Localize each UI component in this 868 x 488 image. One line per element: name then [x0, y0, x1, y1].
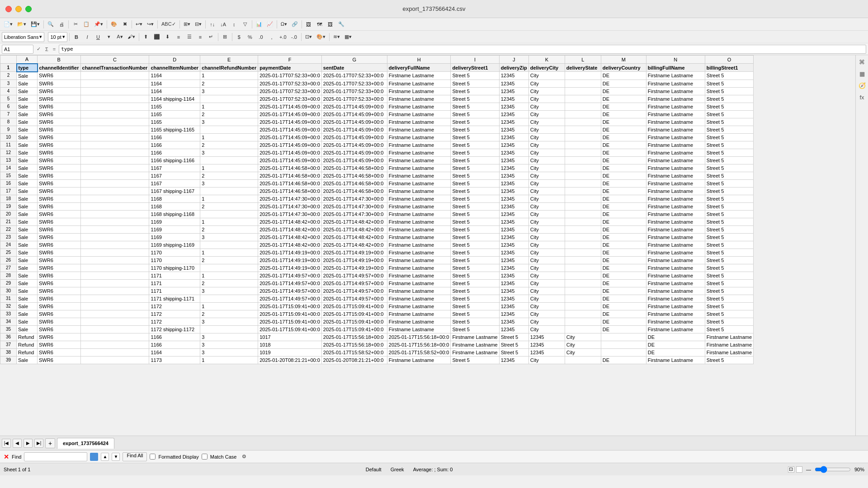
cell-20-2[interactable]: [80, 225, 149, 233]
cell-16-14[interactable]: Street 5: [705, 195, 753, 202]
cell-k1[interactable]: deliveryCity: [528, 64, 565, 72]
find-input[interactable]: [24, 452, 87, 461]
cell-13-3[interactable]: 1167: [149, 172, 200, 179]
cell-28-6[interactable]: 2025-01-17T14:49:57+00:0: [321, 287, 387, 295]
cell-15-4[interactable]: [200, 187, 258, 195]
cell-31-4[interactable]: 2: [200, 310, 258, 318]
cell-11-1[interactable]: SWR6: [38, 156, 81, 164]
col-header-i[interactable]: I: [451, 56, 499, 64]
cell-10-8[interactable]: Street 5: [451, 149, 499, 156]
cell-8-8[interactable]: Street 5: [451, 133, 499, 141]
cell-23-3[interactable]: 1170: [149, 249, 200, 256]
cell-36-5[interactable]: 1019: [258, 348, 322, 356]
cell-36-7[interactable]: 2025-01-17T15:58:52+00:0: [387, 348, 451, 356]
cell-29-10[interactable]: City: [528, 295, 565, 302]
cell-2-4[interactable]: 3: [200, 87, 258, 95]
cell-27-13[interactable]: Firstname Lastname: [646, 279, 705, 287]
cell-14-4[interactable]: 3: [200, 179, 258, 187]
cell-26-7[interactable]: Firstname Lastname: [387, 272, 451, 279]
cell-19-10[interactable]: City: [528, 218, 565, 225]
cell-15-11[interactable]: [565, 187, 601, 195]
cell-28-8[interactable]: Street 5: [451, 287, 499, 295]
align-right-btn[interactable]: ≡: [195, 32, 205, 42]
cell-19-11[interactable]: [565, 218, 601, 225]
cell-30-12[interactable]: DE: [601, 302, 646, 310]
cell-34-6[interactable]: 2025-01-17T15:56:18+00:0: [321, 333, 387, 341]
cell-35-14[interactable]: Firstname Lastname: [705, 341, 753, 348]
cell-18-14[interactable]: Street 5: [705, 210, 753, 218]
cell-15-2[interactable]: [80, 187, 149, 195]
cell-29-6[interactable]: 2025-01-17T14:49:57+00:0: [321, 295, 387, 302]
cell-5-7[interactable]: Firstname Lastname: [387, 110, 451, 118]
cell-7-6[interactable]: 2025-01-17T14:45:09+00:0: [321, 126, 387, 133]
cell-23-13[interactable]: Firstname Lastname: [646, 249, 705, 256]
cell-35-12[interactable]: [601, 341, 646, 348]
cell-m1[interactable]: deliveryCountry: [601, 64, 646, 72]
cell-15-3[interactable]: 1167 shipping-1167: [149, 187, 200, 195]
cell-16-8[interactable]: Street 5: [451, 195, 499, 202]
cell-9-7[interactable]: Firstname Lastname: [387, 141, 451, 149]
cell-27-9[interactable]: 12345: [499, 279, 528, 287]
cell-20-7[interactable]: Firstname Lastname: [387, 225, 451, 233]
cell-19-4[interactable]: 1: [200, 218, 258, 225]
cell-28-0[interactable]: Sale: [17, 287, 38, 295]
cell-36-12[interactable]: [601, 348, 646, 356]
dec-dec-btn[interactable]: -.0: [289, 32, 299, 42]
cell-12-8[interactable]: Street 5: [451, 164, 499, 172]
cell-7-5[interactable]: 2025-01-17T14:45:09+00:0: [258, 126, 322, 133]
cell-7-7[interactable]: Firstname Lastname: [387, 126, 451, 133]
cell-37-6[interactable]: 2025-01-20T08:21:21+00:0: [321, 356, 387, 364]
cell-20-11[interactable]: [565, 225, 601, 233]
cell-30-9[interactable]: 12345: [499, 302, 528, 310]
print-btn[interactable]: 🖨: [57, 19, 66, 29]
cell-23-11[interactable]: [565, 249, 601, 256]
cell-7-8[interactable]: Street 5: [451, 126, 499, 133]
cell-o1[interactable]: billingStreet1: [705, 64, 753, 72]
cell-34-0[interactable]: Refund: [17, 333, 38, 341]
cell-24-1[interactable]: SWR6: [38, 256, 81, 264]
cell-18-11[interactable]: [565, 210, 601, 218]
insert-rows-btn[interactable]: ⊟▾: [193, 19, 203, 29]
cell-21-5[interactable]: 2025-01-17T14:48:42+00:0: [258, 233, 322, 241]
cell-21-2[interactable]: [80, 233, 149, 241]
cell-16-6[interactable]: 2025-01-17T14:47:30+00:0: [321, 195, 387, 202]
paste-btn[interactable]: 📌▾: [92, 19, 105, 29]
cell-28-11[interactable]: [565, 287, 601, 295]
print-preview-btn[interactable]: 🔍: [46, 19, 56, 29]
cell-32-5[interactable]: 2025-01-17T15:09:41+00:0: [258, 318, 322, 325]
cell-32-2[interactable]: [80, 318, 149, 325]
cell-29-8[interactable]: Street 5: [451, 295, 499, 302]
cell-17-1[interactable]: SWR6: [38, 202, 81, 210]
cell-9-1[interactable]: SWR6: [38, 141, 81, 149]
cell-19-12[interactable]: DE: [601, 218, 646, 225]
cell-23-0[interactable]: Sale: [17, 249, 38, 256]
cell-27-12[interactable]: DE: [601, 279, 646, 287]
cell-8-11[interactable]: [565, 133, 601, 141]
cell-4-10[interactable]: City: [528, 103, 565, 110]
cell-20-1[interactable]: SWR6: [38, 225, 81, 233]
find-close-button[interactable]: ✕: [4, 453, 9, 460]
cell-31-9[interactable]: 12345: [499, 310, 528, 318]
cell-29-7[interactable]: Firstname Lastname: [387, 295, 451, 302]
cell-4-11[interactable]: [565, 103, 601, 110]
formula-equals-btn[interactable]: =: [52, 47, 57, 52]
cell-16-0[interactable]: Sale: [17, 195, 38, 202]
sidebar-styles-icon[interactable]: ⌘: [857, 57, 867, 67]
col-header-j[interactable]: J: [499, 56, 528, 64]
cell-8-2[interactable]: [80, 133, 149, 141]
cell-25-3[interactable]: 1170 shipping-1170: [149, 264, 200, 272]
cell-4-1[interactable]: SWR6: [38, 103, 81, 110]
zoom-slider[interactable]: [815, 466, 851, 473]
cell-6-2[interactable]: [80, 118, 149, 126]
cell-25-6[interactable]: 2025-01-17T14:49:19+00:0: [321, 264, 387, 272]
cell-36-4[interactable]: 3: [200, 348, 258, 356]
cell-34-10[interactable]: 12345: [528, 333, 565, 341]
cell-30-6[interactable]: 2025-01-17T15:09:41+00:0: [321, 302, 387, 310]
cell-3-6[interactable]: 2025-01-17T07:52:33+00:0: [321, 95, 387, 103]
cell-30-11[interactable]: [565, 302, 601, 310]
find-prev-btn[interactable]: ▲: [101, 453, 109, 461]
cell-16-12[interactable]: DE: [601, 195, 646, 202]
sort-desc-btn[interactable]: ↓A: [218, 19, 228, 29]
cell-6-1[interactable]: SWR6: [38, 118, 81, 126]
cell-34-14[interactable]: Firstname Lastname: [705, 333, 753, 341]
